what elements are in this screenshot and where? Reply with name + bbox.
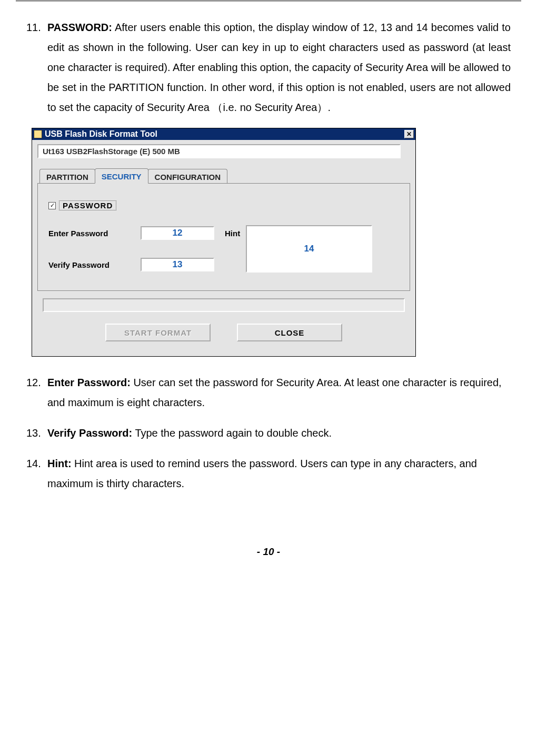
- page-number: - 10 -: [0, 504, 537, 568]
- list-number: 14.: [26, 453, 47, 493]
- tab-strip: PARTITION SECURITY CONFIGURATION: [39, 168, 410, 183]
- list-label: Hint:: [47, 458, 72, 469]
- dialog-screenshot: USB Flash Disk Format Tool ✕ Ut163 USB2F…: [32, 128, 505, 357]
- list-item-13: 13. Verify Password: Type the password a…: [26, 423, 511, 443]
- list-body: Verify Password: Type the password again…: [47, 423, 511, 443]
- app-icon: [34, 130, 42, 138]
- list-number: 12.: [26, 372, 47, 412]
- window-title: USB Flash Disk Format Tool: [45, 129, 157, 139]
- list-label: Enter Password:: [47, 377, 131, 388]
- list-item-11: 11. PASSWORD: After users enable this op…: [26, 17, 511, 117]
- list-label: Verify Password:: [47, 427, 132, 439]
- list-text: Hint area is used to remind users the pa…: [47, 458, 477, 489]
- close-button[interactable]: CLOSE: [237, 324, 342, 341]
- list-body: PASSWORD: After users enable this option…: [47, 17, 511, 117]
- tab-security[interactable]: SECURITY: [95, 168, 148, 184]
- list-item-12: 12. Enter Password: User can set the pas…: [26, 372, 511, 412]
- list-item-14: 14. Hint: Hint area is used to remind us…: [26, 453, 511, 493]
- close-icon[interactable]: ✕: [404, 130, 414, 138]
- verify-password-label: Verify Password: [48, 260, 141, 269]
- status-bar: [43, 298, 405, 312]
- enter-password-input[interactable]: 12: [141, 226, 214, 240]
- list-body: Hint: Hint area is used to remind users …: [47, 453, 511, 493]
- tab-panel-security: ✓ PASSWORD Enter Password 12 Hint 14 Ver…: [37, 183, 410, 291]
- list-label: PASSWORD:: [47, 22, 112, 33]
- device-dropdown[interactable]: Ut163 USB2FlashStorage (E) 500 MB: [37, 144, 401, 158]
- verify-password-input[interactable]: 13: [141, 258, 214, 271]
- start-format-button[interactable]: START FORMAT: [105, 324, 211, 341]
- tab-partition[interactable]: PARTITION: [39, 169, 95, 184]
- hint-label: Hint: [214, 229, 246, 238]
- enter-password-label: Enter Password: [48, 229, 141, 238]
- window-frame: USB Flash Disk Format Tool ✕ Ut163 USB2F…: [32, 128, 416, 357]
- hint-input[interactable]: 14: [246, 225, 372, 273]
- password-checkbox-label: PASSWORD: [59, 200, 116, 210]
- list-text: Type the password again to double check.: [132, 427, 332, 439]
- titlebar: USB Flash Disk Format Tool ✕: [32, 128, 415, 140]
- list-number: 13.: [26, 423, 47, 443]
- password-checkbox[interactable]: ✓: [48, 202, 56, 209]
- list-body: Enter Password: User can set the passwor…: [47, 372, 511, 412]
- list-number: 11.: [26, 17, 47, 117]
- tab-configuration[interactable]: CONFIGURATION: [148, 169, 228, 184]
- list-text: After users enable this option, the disp…: [47, 22, 511, 113]
